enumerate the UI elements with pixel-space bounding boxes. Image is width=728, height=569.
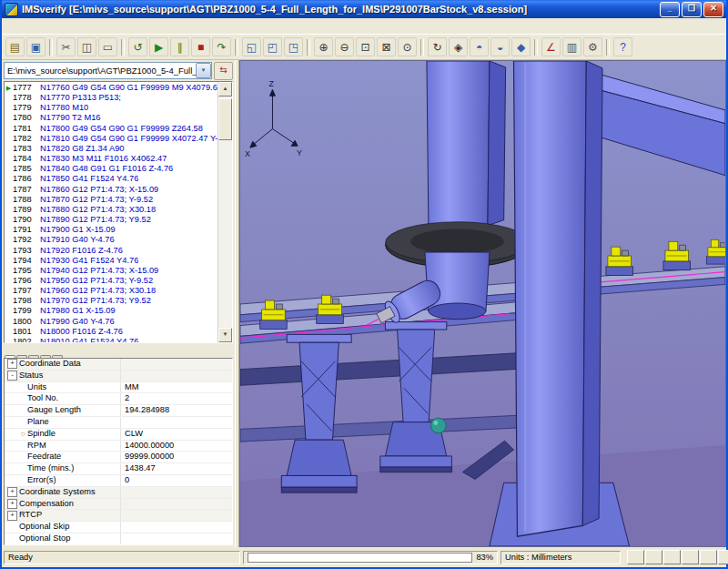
gcode-line[interactable]: 1782 N17810 G49 G54 G90 G1 F99999 X4072.… [5, 134, 217, 144]
toolbar-report[interactable]: ▥ [562, 37, 581, 56]
menu-analysis[interactable] [55, 25, 67, 27]
property-row[interactable]: + Compensation [5, 499, 232, 511]
menu-session[interactable] [16, 25, 29, 27]
toolbar-copy[interactable]: ◫ [77, 37, 96, 56]
gcode-scrollbar[interactable]: ▲ ▼ [217, 82, 232, 342]
gcode-line[interactable]: 1778 N17770 P1313 P513; [5, 93, 217, 103]
gcode-line[interactable]: 1800 N17990 G40 Y-4.76 [5, 317, 217, 327]
menu-window[interactable] [67, 25, 80, 27]
toolbar-open-session[interactable]: ▤ [5, 37, 25, 56]
media-jump-start[interactable] [627, 550, 644, 564]
property-row[interactable]: Tool No. 2 [5, 393, 232, 405]
gcode-line[interactable]: 1793 N17920 F1016 Z-4.76 [5, 246, 217, 256]
property-row[interactable]: RPM 14000.00000 [5, 441, 232, 452]
media-fast-back[interactable] [645, 550, 662, 564]
toolbar-window-split[interactable]: ◰ [263, 37, 282, 56]
toolbar-window-single[interactable]: ◱ [242, 37, 261, 56]
media-fast-forward[interactable] [700, 550, 717, 564]
property-row[interactable]: + RTCP [5, 510, 232, 522]
gcode-line[interactable]: 1796 N17950 G12 P71:4.73; Y-9.52 [5, 276, 217, 286]
gcode-line[interactable]: 1802 N18010 G41 F1524 Y4.76 [5, 337, 217, 342]
gcode-line[interactable]: 1799 N17980 G1 X-15.09 [5, 306, 217, 316]
gcode-line[interactable]: 1780 N17790 T2 M16 [5, 113, 217, 123]
gcode-list[interactable]: 1777 N17760 G49 G54 G90 G1 F99999 M9 X40… [5, 82, 217, 342]
gcode-line[interactable]: 1801 N18000 F1016 Z-4.76 [5, 327, 217, 337]
program-path-select[interactable]: E:\mivs_source\support\AGT\PBZ1000_5-4_F… [4, 62, 212, 79]
toolbar-view-front[interactable]: ◒ [490, 37, 510, 56]
scroll-up-icon[interactable]: ▲ [218, 82, 232, 97]
toolbar-rewind[interactable]: ↺ [128, 37, 147, 56]
toolbar-zoom-out[interactable]: ⊖ [335, 37, 354, 56]
property-row[interactable]: Feedrate 99999.00000 [5, 452, 232, 463]
toolbar-view-top[interactable]: ◓ [470, 37, 489, 56]
property-row[interactable]: Units MM [5, 382, 232, 394]
gcode-line[interactable]: 1777 N17760 G49 G54 G90 G1 F99999 M9 X40… [5, 83, 217, 93]
property-row[interactable]: Gauge Length 194.284988 [5, 405, 232, 417]
gcode-line[interactable]: 1783 N17820 G8 Z1.34 A90 [5, 144, 217, 154]
gcode-line[interactable]: 1787 N17860 G12 P71:4.73; X-15.09 [5, 185, 217, 195]
expand-toggle-icon[interactable]: + [7, 487, 17, 497]
gcode-line[interactable]: 1779 N17780 M10 [5, 103, 217, 113]
gcode-line[interactable]: 1790 N17890 G12 P71:4.73; Y9.52 [5, 215, 217, 225]
property-row[interactable]: Optional Stop [5, 533, 232, 545]
toolbar-print[interactable]: ▭ [98, 37, 117, 56]
menu-execute[interactable] [42, 25, 55, 27]
menu-file[interactable] [4, 25, 16, 27]
gcode-line[interactable]: 1792 N17910 G40 Y-4.76 [5, 235, 217, 245]
toolbar-stop[interactable]: ■ [191, 37, 210, 56]
toolbar-run[interactable]: ▶ [149, 37, 168, 56]
property-row[interactable]: Plane [5, 417, 232, 429]
property-row[interactable]: + Coordinate Systems [5, 487, 232, 499]
menu-view[interactable] [29, 25, 42, 27]
toolbar-settings[interactable]: ⚙ [583, 37, 602, 56]
scroll-thumb[interactable] [218, 98, 232, 140]
property-row[interactable]: Optional Skip [5, 522, 232, 533]
media-jump-end[interactable] [718, 550, 728, 564]
gcode-line[interactable]: 1795 N17940 G12 P71:4.73; X-15.09 [5, 266, 217, 276]
toolbar-measure[interactable]: ∠ [541, 37, 561, 56]
maximize-button[interactable]: ❐ [682, 2, 702, 17]
title-bar[interactable]: IMSverify [E:\mivs_source\support\AGT\PB… [2, 0, 726, 18]
gcode-line[interactable]: 1797 N17960 G12 P71:4.73; X30.18 [5, 286, 217, 296]
expand-toggle-icon[interactable]: + [7, 499, 17, 509]
toolbar-zoom-in[interactable]: ⊕ [314, 37, 333, 56]
toolbar-single-step[interactable]: ↷ [212, 37, 231, 56]
gcode-line[interactable]: 1798 N17970 G12 P71:4.73; Y9.52 [5, 296, 217, 306]
gcode-line[interactable]: 1784 N17830 M3 M11 F1016 X4062.47 [5, 154, 217, 164]
gcode-line[interactable]: 1786 N17850 G41 F1524 Y4.76 [5, 174, 217, 184]
toolbar-save-session[interactable]: ▣ [26, 37, 46, 56]
media-play[interactable] [682, 550, 699, 564]
toolbar-rotate-view[interactable]: ↻ [428, 37, 447, 56]
expand-toggle-icon[interactable]: - [7, 371, 17, 381]
toolbar-pan-view[interactable]: ◈ [449, 37, 468, 56]
toolbar-view-iso[interactable]: ◆ [511, 37, 531, 56]
expand-toggle-icon[interactable]: + [7, 511, 17, 521]
gcode-line[interactable]: 1789 N17880 G12 P71:4.73; X30.18 [5, 205, 217, 215]
toolbar-pause[interactable]: ∥ [170, 37, 189, 56]
close-button[interactable]: ✕ [703, 2, 723, 17]
gcode-line[interactable]: 1781 N17800 G49 G54 G90 G1 F99999 Z264.5… [5, 124, 217, 134]
gcode-line[interactable]: 1794 N17930 G41 F1524 Y4.76 [5, 256, 217, 266]
minimize-button[interactable]: _ [660, 2, 680, 17]
open-program-button[interactable]: ⇆ [214, 62, 233, 80]
viewport-3d[interactable]: Z X Y [239, 60, 726, 547]
toolbar-window-quad[interactable]: ◳ [284, 37, 303, 56]
menu-help[interactable] [80, 25, 93, 27]
property-row[interactable]: + Coordinate Data [5, 359, 232, 371]
property-row[interactable]: ☼ Spindle CLW [5, 429, 232, 441]
chevron-down-icon[interactable]: ▼ [196, 63, 211, 78]
toolbar-zoom-window[interactable]: ⊡ [356, 37, 375, 56]
toolbar-zoom-fit[interactable]: ⊠ [377, 37, 396, 56]
property-row[interactable]: - Status [5, 371, 232, 382]
scroll-down-icon[interactable]: ▼ [218, 328, 232, 342]
gcode-line[interactable]: 1788 N17870 G12 P71:4.73; Y-9.52 [5, 195, 217, 205]
media-step-back[interactable] [663, 550, 681, 564]
property-row[interactable]: Error(s) 0 [5, 475, 232, 487]
toolbar-cut[interactable]: ✂ [56, 37, 76, 56]
gcode-line[interactable]: 1791 N17900 G1 X-15.09 [5, 225, 217, 235]
toolbar-zoom-previous[interactable]: ⊙ [398, 37, 417, 56]
toolbar-help[interactable]: ? [613, 37, 632, 56]
expand-toggle-icon[interactable]: + [7, 359, 17, 369]
property-row[interactable]: Time (mins.) 1438.47 [5, 463, 232, 475]
gcode-line[interactable]: 1785 N17840 G48 G91 G1 F1016 Z-4.76 [5, 164, 217, 174]
